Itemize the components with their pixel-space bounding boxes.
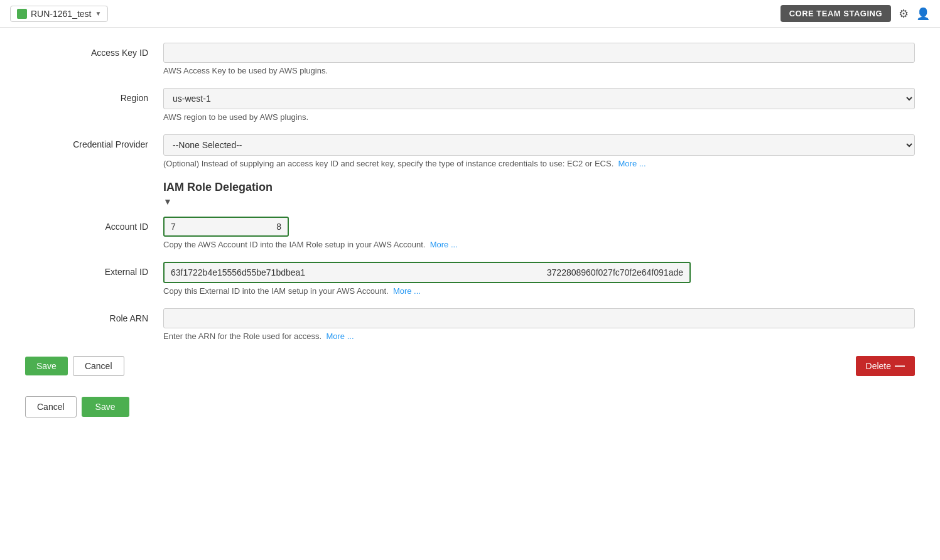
user-icon[interactable]: 👤 [916,7,930,21]
external-id-hint: Copy this External ID into the IAM setup… [163,286,915,296]
credential-provider-row: Credential Provider --None Selected-- EC… [25,134,915,168]
delete-button-label: Delete [866,361,891,371]
top-nav: RUN-1261_test ▼ CORE TEAM STAGING ⚙ 👤 [0,0,940,28]
role-arn-hint-main: Enter the ARN for the Role used for acce… [163,331,321,341]
account-id-box: 7 8 [163,217,289,237]
credential-provider-label: Credential Provider [25,134,163,149]
iam-section-title: IAM Role Delegation [163,181,915,194]
minus-icon: — [895,360,905,372]
external-id-hint-main: Copy this External ID into the IAM setup… [163,286,389,296]
access-key-field: AWS Access Key to be used by AWS plugins… [163,43,915,75]
action-btn-row: Save Cancel Delete — [25,356,915,376]
external-id-value-left: 63f1722b4e15556d55be71bdbea1 [171,267,305,277]
credential-hint-main: (Optional) Instead of supplying an acces… [163,159,613,168]
account-id-row: Account ID 7 8 Copy the AWS Account ID i… [25,217,915,249]
access-key-hint: AWS Access Key to be used by AWS plugins… [163,66,915,75]
role-arn-label: Role ARN [25,308,163,323]
role-arn-hint-link[interactable]: More ... [326,331,354,341]
settings-icon[interactable]: ⚙ [899,7,909,21]
run-selector[interactable]: RUN-1261_test ▼ [10,6,108,22]
region-hint: AWS region to be used by AWS plugins. [163,112,915,122]
env-badge: CORE TEAM STAGING [781,5,891,22]
nav-right: CORE TEAM STAGING ⚙ 👤 [781,5,930,22]
save-button[interactable]: Save [25,357,68,375]
credential-hint: (Optional) Instead of supplying an acces… [163,159,915,168]
role-arn-hint: Enter the ARN for the Role used for acce… [163,331,915,341]
role-arn-field: Enter the ARN for the Role used for acce… [163,308,915,341]
external-id-field: 63f1722b4e15556d55be71bdbea1 3722808960f… [163,262,915,296]
run-icon [17,9,27,19]
account-id-value-right: 8 [276,222,281,232]
account-id-label: Account ID [25,217,163,232]
region-field: us-west-1 us-east-1 us-east-2 us-west-2 … [163,88,915,122]
account-id-hint-link[interactable]: More ... [430,240,458,249]
bottom-save-button[interactable]: Save [82,397,129,417]
region-row: Region us-west-1 us-east-1 us-east-2 us-… [25,88,915,122]
credential-provider-field: --None Selected-- EC2 ECS (Optional) Ins… [163,134,915,168]
cancel-button[interactable]: Cancel [73,356,124,376]
role-arn-input[interactable] [163,308,915,328]
delete-button[interactable]: Delete — [856,356,915,376]
access-key-input[interactable] [163,43,915,63]
access-key-label: Access Key ID [25,43,163,58]
bottom-btn-row: Cancel Save [25,396,915,417]
external-id-row: External ID 63f1722b4e15556d55be71bdbea1… [25,262,915,296]
external-id-box: 63f1722b4e15556d55be71bdbea1 3722808960f… [163,262,691,283]
iam-chevron[interactable]: ▼ [163,197,915,207]
main-content: Access Key ID AWS Access Key to be used … [0,28,940,443]
run-selector-label: RUN-1261_test [31,9,92,19]
account-id-value-left: 7 [171,222,276,232]
access-key-row: Access Key ID AWS Access Key to be used … [25,43,915,75]
account-id-field: 7 8 Copy the AWS Account ID into the IAM… [163,217,915,249]
region-label: Region [25,88,163,103]
credential-provider-select[interactable]: --None Selected-- EC2 ECS [163,134,915,156]
external-id-value-right: 3722808960f027fc70f2e64f091ade [547,267,683,277]
chevron-down-icon: ▼ [95,10,102,17]
role-arn-row: Role ARN Enter the ARN for the Role used… [25,308,915,341]
credential-hint-link[interactable]: More ... [619,159,646,168]
nav-left: RUN-1261_test ▼ [10,6,108,22]
external-id-label: External ID [25,262,163,277]
region-select[interactable]: us-west-1 us-east-1 us-east-2 us-west-2 … [163,88,915,109]
account-id-hint: Copy the AWS Account ID into the IAM Rol… [163,240,915,249]
external-id-hint-link[interactable]: More ... [393,286,421,296]
account-id-hint-main: Copy the AWS Account ID into the IAM Rol… [163,240,425,249]
bottom-cancel-button[interactable]: Cancel [25,396,77,417]
